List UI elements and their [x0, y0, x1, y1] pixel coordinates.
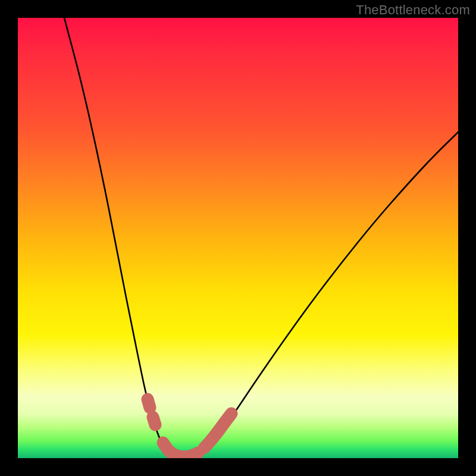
watermark-text: TheBottleneck.com [356, 2, 470, 18]
curve-layer [18, 18, 458, 458]
right-curve [181, 132, 458, 458]
left-curve [64, 18, 181, 458]
marker-segment [204, 414, 231, 448]
marker-segment [148, 399, 150, 408]
marker-segment [153, 417, 155, 425]
plot-area [18, 18, 458, 458]
marker-segment [163, 443, 198, 457]
chart-frame: TheBottleneck.com [0, 0, 476, 476]
